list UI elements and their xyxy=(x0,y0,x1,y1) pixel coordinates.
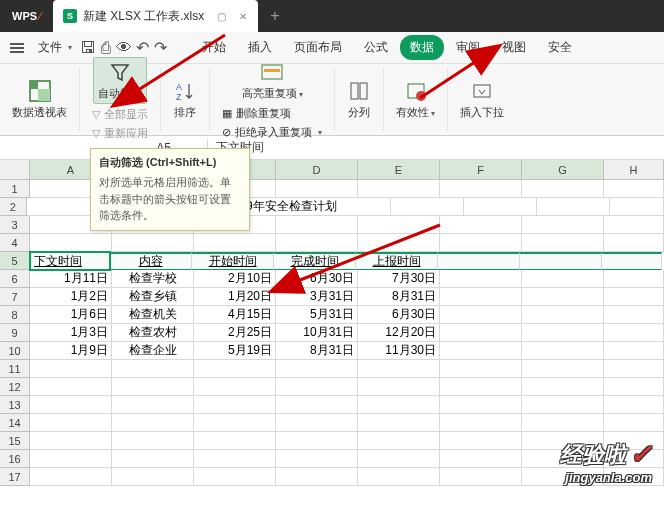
data-cell[interactable]: 1月20日 xyxy=(194,288,276,306)
svg-rect-8 xyxy=(360,83,367,99)
header-cell[interactable]: 开始时间 xyxy=(192,252,274,270)
menu-view[interactable]: 视图 xyxy=(492,35,536,60)
redo-icon[interactable]: ↷ xyxy=(152,40,168,56)
select-all-corner[interactable] xyxy=(0,160,30,179)
row-header[interactable]: 16 xyxy=(0,450,30,468)
insert-dropdown-button[interactable]: 插入下拉 xyxy=(456,77,508,122)
svg-rect-6 xyxy=(264,69,280,72)
data-cell[interactable]: 8月31日 xyxy=(358,288,440,306)
row-header[interactable]: 4 xyxy=(0,234,30,252)
col-header-f[interactable]: F xyxy=(440,160,522,179)
col-header-g[interactable]: G xyxy=(522,160,604,179)
svg-text:Z: Z xyxy=(176,92,182,102)
file-menu[interactable]: 文件▾ xyxy=(32,35,78,60)
row-header[interactable]: 9 xyxy=(0,324,30,342)
row-header[interactable]: 14 xyxy=(0,414,30,432)
data-cell[interactable]: 1月2日 xyxy=(30,288,112,306)
document-tab[interactable]: S 新建 XLSX 工作表.xlsx ▢ ✕ xyxy=(53,0,258,32)
row-header[interactable]: 3 xyxy=(0,216,30,234)
print-icon[interactable]: ⎙ xyxy=(98,40,114,56)
data-cell[interactable]: 8月31日 xyxy=(276,342,358,360)
validity-button[interactable]: 有效性▾ xyxy=(392,77,439,122)
header-cell[interactable]: 上报时间 xyxy=(356,252,438,270)
highlight-dup-button[interactable]: 高亮重复项▾ xyxy=(238,58,307,103)
del-dup-icon: ▦ xyxy=(222,107,232,120)
data-cell[interactable]: 10月31日 xyxy=(276,324,358,342)
sort-button[interactable]: AZ 排序 xyxy=(169,77,201,122)
dropdown-icon xyxy=(470,79,494,103)
menu-insert[interactable]: 插入 xyxy=(238,35,282,60)
data-cell[interactable]: 检查学校 xyxy=(112,270,194,288)
row-header[interactable]: 2 xyxy=(0,198,27,216)
data-cell[interactable]: 检查企业 xyxy=(112,342,194,360)
row-header[interactable]: 17 xyxy=(0,468,30,486)
menu-formula[interactable]: 公式 xyxy=(354,35,398,60)
del-dup-button[interactable]: ▦删除重复项 xyxy=(218,105,326,122)
tab-window-icon[interactable]: ▢ xyxy=(216,11,226,21)
data-cell[interactable]: 5月31日 xyxy=(276,306,358,324)
pivot-button[interactable]: 数据透视表 xyxy=(8,77,71,122)
row-header[interactable]: 5 xyxy=(0,252,30,270)
data-cell[interactable]: 检查农村 xyxy=(112,324,194,342)
data-cell[interactable]: 1月11日 xyxy=(30,270,112,288)
header-cell[interactable]: 下文时间 xyxy=(29,251,111,271)
row-header[interactable]: 11 xyxy=(0,360,30,378)
menu-data[interactable]: 数据 xyxy=(400,35,444,60)
row-header[interactable]: 12 xyxy=(0,378,30,396)
menu-layout[interactable]: 页面布局 xyxy=(284,35,352,60)
data-cell[interactable]: 检查乡镇 xyxy=(112,288,194,306)
ribbon: 数据透视表 自动筛选 ▽全部显示 ▽重新应用 AZ 排序 高亮重复项▾ ▦删除重… xyxy=(0,64,664,136)
menu-start[interactable]: 开始 xyxy=(192,35,236,60)
preview-icon[interactable]: 👁 xyxy=(116,40,132,56)
tooltip-title: 自动筛选 (Ctrl+Shift+L) xyxy=(99,155,241,170)
header-cell[interactable]: 内容 xyxy=(110,252,192,270)
row-header[interactable]: 1 xyxy=(0,180,30,198)
svg-point-10 xyxy=(416,91,426,101)
col-header-h[interactable]: H xyxy=(604,160,664,179)
hamburger-icon[interactable] xyxy=(4,39,30,57)
data-cell[interactable]: 3月31日 xyxy=(276,288,358,306)
row-header[interactable]: 10 xyxy=(0,342,30,360)
data-cell[interactable]: 1月9日 xyxy=(30,342,112,360)
data-cell[interactable]: 2月10日 xyxy=(194,270,276,288)
row-header[interactable]: 13 xyxy=(0,396,30,414)
data-cell[interactable]: 5月19日 xyxy=(194,342,276,360)
sort-icon: AZ xyxy=(173,79,197,103)
undo-icon[interactable]: ↶ xyxy=(134,40,150,56)
data-cell[interactable]: 1月3日 xyxy=(30,324,112,342)
col-header-d[interactable]: D xyxy=(276,160,358,179)
data-cell[interactable]: 1月6日 xyxy=(30,306,112,324)
highlight-dup-icon xyxy=(260,60,284,84)
tooltip: 自动筛选 (Ctrl+Shift+L) 对所选单元格启用筛选。单击标题中的箭头按… xyxy=(90,148,250,231)
data-cell[interactable]: 7月30日 xyxy=(358,270,440,288)
row-header[interactable]: 6 xyxy=(0,270,30,288)
split-button[interactable]: 分列 xyxy=(343,77,375,122)
svg-rect-7 xyxy=(351,83,358,99)
data-cell[interactable]: 4月15日 xyxy=(194,306,276,324)
data-cell[interactable]: 6月30日 xyxy=(358,306,440,324)
pivot-icon xyxy=(28,79,52,103)
data-cell[interactable]: 2月25日 xyxy=(194,324,276,342)
menu-security[interactable]: 安全 xyxy=(538,35,582,60)
col-header-e[interactable]: E xyxy=(358,160,440,179)
row-header[interactable]: 15 xyxy=(0,432,30,450)
data-cell[interactable]: 检查机关 xyxy=(112,306,194,324)
row-header[interactable]: 7 xyxy=(0,288,30,306)
menu-review[interactable]: 审阅 xyxy=(446,35,490,60)
svg-rect-1 xyxy=(30,81,38,89)
save-icon[interactable]: 🖫 xyxy=(80,40,96,56)
tab-close-icon[interactable]: ✕ xyxy=(238,11,248,21)
header-cell[interactable]: 完成时间 xyxy=(274,252,356,270)
add-tab-button[interactable]: + xyxy=(258,7,291,25)
auto-filter-button[interactable]: 自动筛选 xyxy=(93,57,147,104)
show-all-icon: ▽ xyxy=(92,108,100,121)
show-all-button[interactable]: ▽全部显示 xyxy=(88,106,152,123)
watermark: 经验啦✓ jingyanla.com xyxy=(560,439,652,485)
filter-icon xyxy=(108,60,132,84)
data-cell[interactable]: 11月30日 xyxy=(358,342,440,360)
row-header[interactable]: 8 xyxy=(0,306,30,324)
data-cell[interactable]: 6月30日 xyxy=(276,270,358,288)
tab-title: 新建 XLSX 工作表.xlsx xyxy=(83,8,204,25)
data-cell[interactable]: 12月20日 xyxy=(358,324,440,342)
formula-input[interactable]: 下文时间 xyxy=(208,137,664,158)
